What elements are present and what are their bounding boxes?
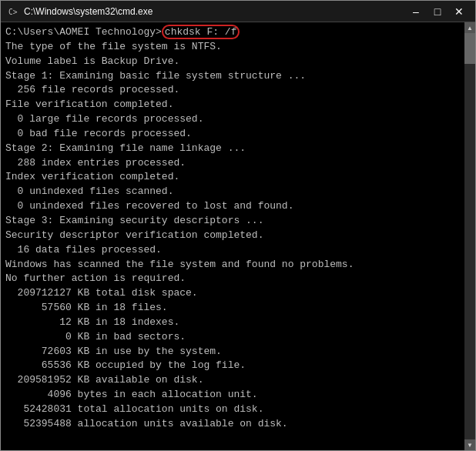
terminal-line: 209712127 KB total disk space. [5, 286, 460, 301]
terminal-line: The type of the file system is NTFS. [5, 40, 460, 55]
maximize-button[interactable]: □ [427, 4, 448, 19]
window-controls: – □ ✕ [406, 4, 469, 19]
terminal-lines: The type of the file system is NTFS.Volu… [5, 40, 460, 432]
terminal-line: 16 data files processed. [5, 243, 460, 258]
terminal-line: File verification completed. [5, 98, 460, 112]
content-area: C:\Users\AOMEI Technology>chkdsk F: /f T… [1, 22, 475, 450]
scrollbar[interactable]: ▲ ▼ [464, 22, 475, 450]
terminal-output[interactable]: C:\Users\AOMEI Technology>chkdsk F: /f T… [1, 22, 464, 450]
terminal-line: 209581952 KB available on disk. [5, 373, 460, 388]
terminal-line: No further action is required. [5, 272, 460, 286]
terminal-line: 0 unindexed files scanned. [5, 185, 460, 199]
terminal-line: 72603 KB in use by the system. [5, 345, 460, 359]
terminal-line: 12 KB in 18 indexes. [5, 316, 460, 330]
window-title: C:\Windows\system32\cmd.exe [24, 6, 406, 17]
scroll-up-button[interactable]: ▲ [464, 22, 475, 33]
terminal-line: Stage 1: Examining basic file system str… [5, 69, 460, 84]
scroll-down-button[interactable]: ▼ [464, 439, 475, 450]
close-button[interactable]: ✕ [449, 4, 469, 19]
terminal-line: 4096 bytes in each allocation unit. [5, 388, 460, 403]
scrollbar-thumb[interactable] [464, 33, 475, 64]
terminal-line: 57560 KB in 18 files. [5, 301, 460, 316]
terminal-line: Stage 3: Examining security descriptors … [5, 214, 460, 229]
terminal-line: 0 bad file records processed. [5, 127, 460, 142]
terminal-line: 65536 KB occupied by the log file. [5, 359, 460, 373]
terminal-line: 0 unindexed files recovered to lost and … [5, 199, 460, 214]
title-bar: C> C:\Windows\system32\cmd.exe – □ ✕ [1, 1, 475, 22]
cmd-window: C> C:\Windows\system32\cmd.exe – □ ✕ C:\… [0, 0, 476, 451]
prompt-line: C:\Users\AOMEI Technology>chkdsk F: /f [5, 25, 460, 40]
terminal-line: Windows has scanned the file system and … [5, 258, 460, 272]
terminal-line: 0 KB in bad sectors. [5, 330, 460, 345]
terminal-line: 288 index entries processed. [5, 156, 460, 171]
minimize-button[interactable]: – [406, 4, 426, 19]
terminal-line: Stage 2: Examining file name linkage ... [5, 142, 460, 156]
terminal-line: Index verification completed. [5, 170, 460, 185]
cmd-icon: C> [7, 5, 19, 18]
terminal-line: 0 large file records processed. [5, 112, 460, 127]
terminal-line: 52395488 allocation units available on d… [5, 417, 460, 432]
terminal-line: Security descriptor verification complet… [5, 229, 460, 243]
svg-text:C>: C> [8, 8, 18, 16]
command-text: chkdsk F: /f [162, 25, 240, 39]
terminal-line: 256 file records processed. [5, 83, 460, 98]
terminal-line: 52428031 total allocation units on disk. [5, 403, 460, 417]
terminal-line: Volume label is Backup Drive. [5, 55, 460, 69]
scrollbar-track[interactable] [464, 33, 475, 439]
prompt-text: C:\Users\AOMEI Technology> [5, 26, 162, 38]
